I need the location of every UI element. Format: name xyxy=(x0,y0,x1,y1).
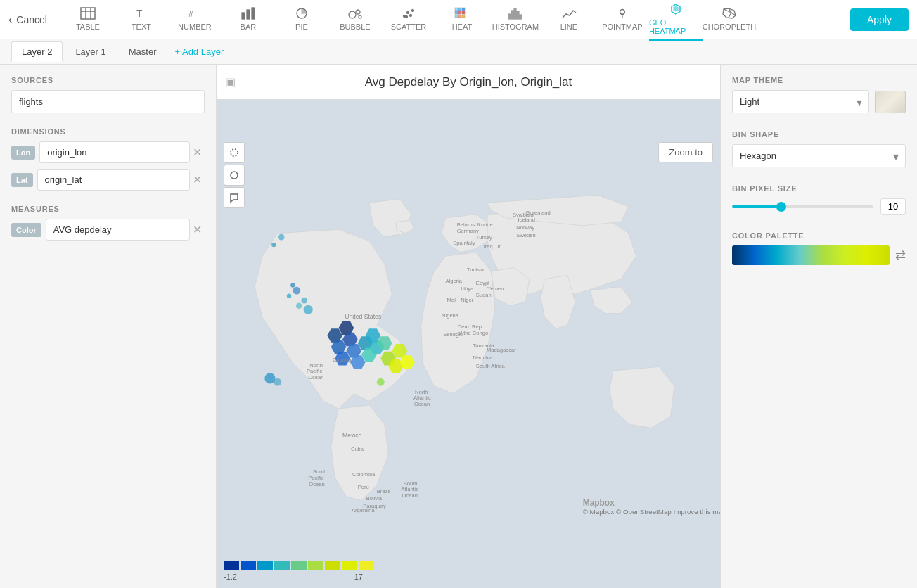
map-theme-select[interactable]: LightDarkStreetsSatellite xyxy=(732,90,869,113)
svg-rect-31 xyxy=(520,15,522,19)
svg-rect-0 xyxy=(81,8,95,19)
svg-text:Sudan: Sudan xyxy=(476,292,492,298)
layer-tab-layer-2[interactable]: Layer 2 xyxy=(11,41,63,62)
toolbar-icon-heat[interactable]: HEAT xyxy=(435,3,489,37)
layer-tab-master[interactable]: Master xyxy=(119,42,167,61)
legend-color-swatch xyxy=(224,561,239,570)
dimension-row-lon: Lon ✕ xyxy=(11,141,205,163)
dim-clear-lon[interactable]: ✕ xyxy=(190,146,205,159)
toolbar-icon-choropleth[interactable]: CHOROPLETH xyxy=(703,3,756,37)
lasso-tool-button[interactable] xyxy=(224,142,245,163)
map-container[interactable]: United States Mexico Cuba Colombia Peru … xyxy=(217,100,720,588)
toolbar-icon-histogram[interactable]: HISTOGRAM xyxy=(489,3,542,37)
toolbar-icon-bar[interactable]: BAR xyxy=(222,3,275,37)
color-palette-bar[interactable] xyxy=(732,245,890,265)
svg-point-53 xyxy=(301,298,307,304)
layer-tab-layer-1[interactable]: Layer 1 xyxy=(65,42,115,61)
slider-track[interactable] xyxy=(732,205,873,208)
geoheatmap-icon xyxy=(668,3,684,18)
toolbar-icon-text[interactable]: TTEXT xyxy=(115,3,168,37)
apply-button[interactable]: Apply xyxy=(850,8,909,31)
svg-rect-30 xyxy=(517,11,519,19)
toolbar-icon-geoheatmap[interactable]: GEO HEATMAP xyxy=(649,0,703,41)
cancel-button[interactable]: ‹ Cancel xyxy=(8,13,47,26)
svg-point-60 xyxy=(377,378,385,386)
legend-color-swatch xyxy=(241,561,256,570)
svg-text:Greenland: Greenland xyxy=(525,210,550,216)
toolbar-icon-pie[interactable]: PIE xyxy=(275,3,328,37)
heat-icon xyxy=(454,7,470,23)
svg-text:Germany: Germany xyxy=(457,228,479,234)
histogram-label: HISTOGRAM xyxy=(492,23,539,31)
measure-clear[interactable]: ✕ xyxy=(190,223,205,236)
add-layer-button[interactable]: + Add Layer xyxy=(169,42,229,61)
bin-shape-section: BIN SHAPE HexagonSquareCircle ▾ xyxy=(732,130,906,167)
svg-text:Cuba: Cuba xyxy=(351,446,364,452)
palette-swap-button[interactable]: ⇄ xyxy=(895,248,906,263)
svg-text:Iceland: Iceland xyxy=(518,217,535,223)
svg-text:South Africa: South Africa xyxy=(476,363,506,369)
dim-input-lat[interactable] xyxy=(37,169,191,191)
svg-text:Ir: Ir xyxy=(497,243,501,250)
svg-rect-7 xyxy=(247,10,250,19)
svg-point-10 xyxy=(349,11,356,18)
map-center: ▣ Avg Depdelay By Origin_lon, Origin_lat xyxy=(217,65,720,588)
svg-point-61 xyxy=(278,234,285,241)
svg-point-16 xyxy=(411,9,413,11)
choropleth-label: CHOROPLETH xyxy=(703,23,756,31)
slider-thumb[interactable] xyxy=(776,202,786,212)
pie-icon xyxy=(294,7,309,23)
svg-text:North: North xyxy=(415,389,428,395)
svg-rect-19 xyxy=(458,8,461,11)
svg-point-116 xyxy=(231,149,238,156)
sources-label: SOURCES xyxy=(11,76,205,84)
dim-input-lon[interactable] xyxy=(39,141,190,163)
text-icon: T xyxy=(134,7,149,23)
svg-text:Pacific: Pacific xyxy=(308,475,324,481)
svg-text:#: # xyxy=(188,9,193,19)
toolbar-icon-number[interactable]: #NUMBER xyxy=(168,3,222,37)
svg-rect-24 xyxy=(455,15,458,18)
number-label: NUMBER xyxy=(178,23,212,31)
copy-icon[interactable]: ▣ xyxy=(225,75,236,89)
measures-label: MEASURES xyxy=(11,205,205,213)
svg-text:Libya: Libya xyxy=(461,286,474,292)
main-content: SOURCES DIMENSIONS Lon ✕ Lat ✕ MEASURES … xyxy=(0,65,917,588)
bin-shape-select[interactable]: HexagonSquareCircle xyxy=(732,144,906,167)
toolbar-icon-table[interactable]: TABLE xyxy=(61,3,115,37)
svg-rect-26 xyxy=(462,15,465,18)
circle-select-button[interactable] xyxy=(224,165,245,186)
dim-clear-lat[interactable]: ✕ xyxy=(190,173,205,186)
measure-row-color: Color AVG depdelay ✕ xyxy=(11,219,205,241)
source-input[interactable] xyxy=(11,90,205,113)
toolbar-icon-bubble[interactable]: BUBBLE xyxy=(328,3,382,37)
svg-text:Mapbox: Mapbox xyxy=(583,498,615,508)
svg-text:Brazil: Brazil xyxy=(377,488,390,494)
toolbar-icon-line[interactable]: LINE xyxy=(542,3,596,37)
comment-tool-button[interactable] xyxy=(224,187,245,208)
svg-text:Yemen: Yemen xyxy=(487,286,504,292)
svg-text:Iraq: Iraq xyxy=(484,243,493,250)
zoom-to-button[interactable]: Zoom to xyxy=(658,142,713,162)
svg-text:Norway: Norway xyxy=(516,224,534,231)
bin-pixel-size-slider-row: 10 xyxy=(732,198,906,215)
svg-text:Italy: Italy xyxy=(466,240,475,246)
svg-point-56 xyxy=(296,302,302,309)
map-svg: United States Mexico Cuba Colombia Peru … xyxy=(217,100,720,588)
svg-rect-20 xyxy=(462,8,465,11)
right-panel: MAP THEME LightDarkStreetsSatellite ▾ BI… xyxy=(720,65,917,588)
svg-text:United States: United States xyxy=(345,313,382,320)
svg-text:Algeria: Algeria xyxy=(445,278,462,284)
bar-icon xyxy=(241,7,256,23)
toolbar-icon-pointmap[interactable]: POINTMAP xyxy=(596,3,649,37)
map-theme-label: MAP THEME xyxy=(732,76,906,84)
svg-rect-6 xyxy=(242,13,245,19)
svg-text:Atlantic: Atlantic xyxy=(402,486,419,492)
measure-value[interactable]: AVG depdelay xyxy=(46,219,190,241)
bubble-icon xyxy=(347,7,363,23)
bubble-label: BUBBLE xyxy=(340,23,370,31)
toolbar-icon-scatter[interactable]: SCATTER xyxy=(382,3,435,37)
svg-rect-28 xyxy=(511,11,513,19)
bin-pixel-size-value[interactable]: 10 xyxy=(880,198,906,215)
table-label: TABLE xyxy=(76,23,100,31)
